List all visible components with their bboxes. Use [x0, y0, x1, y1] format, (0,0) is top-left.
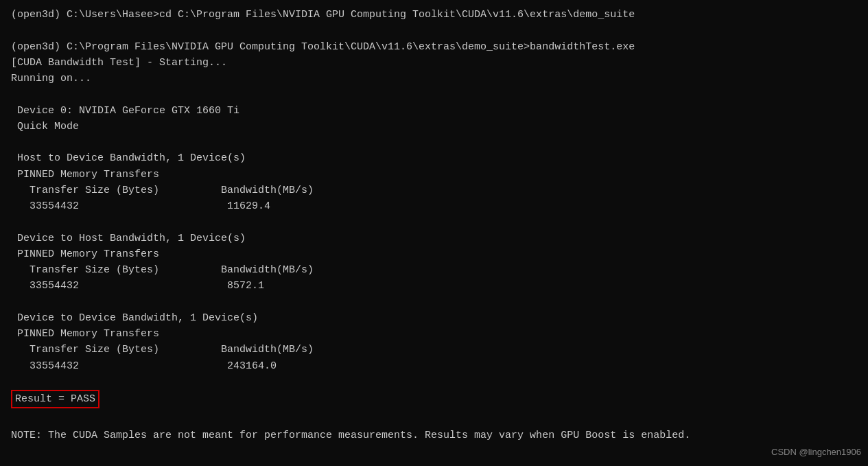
terminal-line-23: 33554432 243164.0: [11, 358, 857, 374]
terminal-line-13: 33554432 11629.4: [11, 198, 857, 214]
blank-2: [11, 86, 857, 102]
terminal-line-18: 33554432 8572.1: [11, 278, 857, 294]
terminal-line-3: (open3d) C:\Program Files\NVIDIA GPU Com…: [11, 39, 857, 55]
blank-4: [11, 214, 857, 230]
blank-7: [11, 411, 857, 427]
terminal-line-15: Device to Host Bandwidth, 1 Device(s): [11, 231, 857, 246]
terminal-line-4: [CUDA Bandwidth Test] - Starting...: [11, 55, 857, 71]
blank-3: [11, 135, 857, 150]
watermark: CSDN @lingchen1906: [771, 445, 861, 459]
terminal-line-12: Transfer Size (Bytes) Bandwidth(MB/s): [11, 183, 857, 198]
terminal-line-17: Transfer Size (Bytes) Bandwidth(MB/s): [11, 262, 857, 278]
blank-5: [11, 294, 857, 310]
terminal-line-1: (open3d) C:\Users\Hasee>cd C:\Program Fi…: [11, 7, 857, 23]
result-pass-text: Result = PASS: [11, 390, 99, 408]
terminal-line-11: PINNED Memory Transfers: [11, 167, 857, 183]
terminal-line-22: Transfer Size (Bytes) Bandwidth(MB/s): [11, 342, 857, 358]
terminal-line-note: NOTE: The CUDA Samples are not meant for…: [11, 428, 857, 443]
terminal-line-21: PINNED Memory Transfers: [11, 326, 857, 342]
blank-6: [11, 374, 857, 390]
terminal-line-8: Quick Mode: [11, 119, 857, 135]
terminal-line-16: PINNED Memory Transfers: [11, 246, 857, 262]
terminal-line-5: Running on...: [11, 71, 857, 86]
blank-1: [11, 23, 857, 38]
terminal-line-7: Device 0: NVIDIA GeForce GTX 1660 Ti: [11, 103, 857, 119]
terminal-line-10: Host to Device Bandwidth, 1 Device(s): [11, 150, 857, 166]
terminal-line-20: Device to Device Bandwidth, 1 Device(s): [11, 310, 857, 326]
result-line-wrapper: Result = PASS: [11, 390, 857, 408]
terminal-container: (open3d) C:\Users\Hasee>cd C:\Program Fi…: [11, 7, 857, 443]
